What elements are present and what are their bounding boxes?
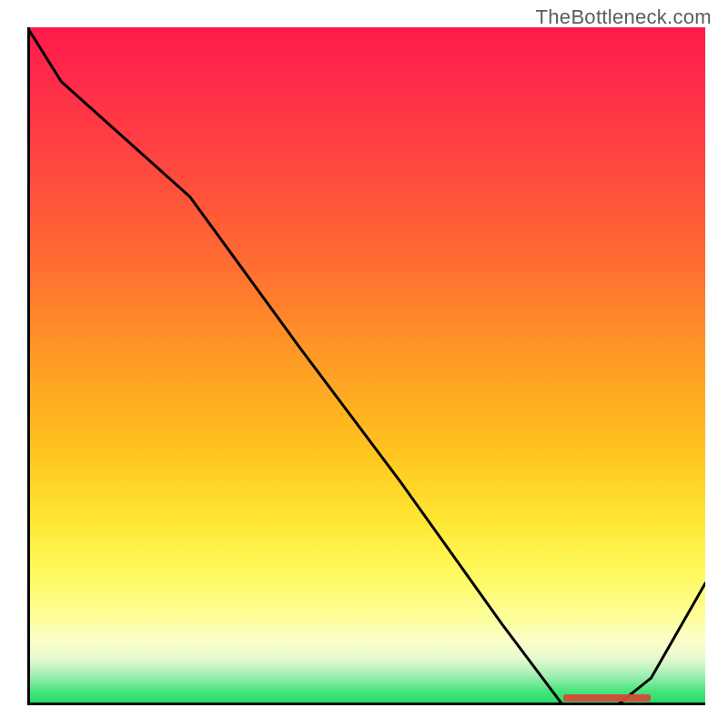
chart-canvas: TheBottleneck.com: [0, 0, 728, 728]
watermark-text: TheBottleneck.com: [536, 5, 712, 29]
optimal-range-marker: [563, 694, 652, 702]
plot-gradient-background: [27, 27, 705, 705]
y-axis: [27, 27, 30, 705]
x-axis: [27, 703, 705, 705]
